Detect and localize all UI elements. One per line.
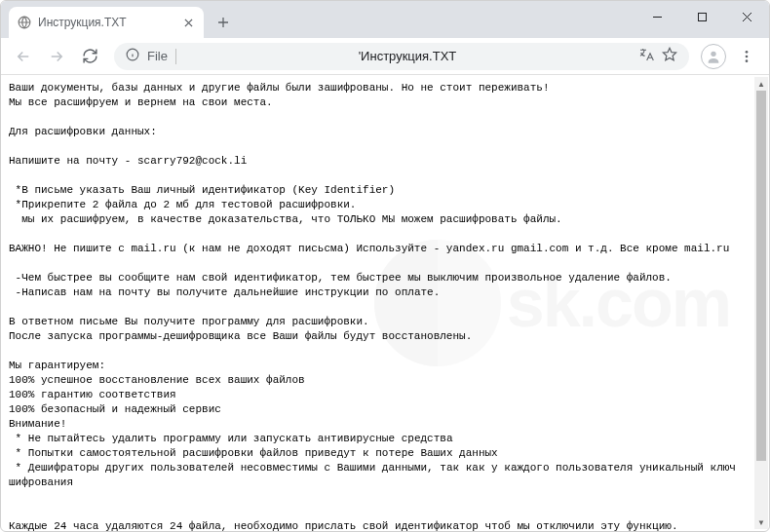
- browser-tab[interactable]: Инструкция.TXT: [9, 7, 204, 38]
- svg-point-3: [711, 51, 715, 56]
- reload-button[interactable]: [75, 42, 104, 71]
- profile-button[interactable]: [699, 42, 728, 71]
- back-button[interactable]: [9, 42, 38, 71]
- scroll-down-arrow[interactable]: ▼: [754, 515, 768, 529]
- forward-button[interactable]: [42, 42, 71, 71]
- svg-rect-1: [698, 13, 706, 20]
- svg-point-4: [746, 51, 749, 54]
- titlebar: Инструкция.TXT: [1, 1, 769, 38]
- tab-close-button[interactable]: [180, 15, 196, 30]
- toolbar: File 'Инструкция.TXT: [1, 38, 769, 75]
- svg-point-6: [746, 59, 749, 62]
- new-tab-button[interactable]: [210, 9, 237, 36]
- maximize-button[interactable]: [679, 1, 724, 32]
- browser-window: Инструкция.TXT: [0, 0, 770, 532]
- close-button[interactable]: [724, 1, 769, 32]
- window-controls: [635, 1, 769, 32]
- menu-button[interactable]: [732, 42, 761, 71]
- scroll-up-arrow[interactable]: ▲: [754, 77, 768, 91]
- separator: [175, 49, 176, 64]
- minimize-button[interactable]: [635, 1, 679, 32]
- scroll-thumb[interactable]: [756, 91, 766, 461]
- translate-icon[interactable]: [638, 47, 654, 65]
- url-text: 'Инструкция.TXT: [184, 49, 631, 63]
- address-bar[interactable]: File 'Инструкция.TXT: [114, 43, 689, 70]
- globe-icon: [17, 15, 32, 30]
- star-icon[interactable]: [662, 47, 677, 65]
- svg-point-5: [746, 55, 749, 57]
- text-content: Ваши документы, базы данных и другие фай…: [1, 75, 769, 531]
- tab-title: Инструкция.TXT: [38, 16, 174, 29]
- vertical-scrollbar[interactable]: ▲ ▼: [754, 77, 768, 529]
- info-icon: [126, 48, 139, 64]
- file-scheme-label: File: [147, 49, 168, 63]
- content-area: sk.com Ваши документы, базы данных и дру…: [1, 75, 769, 531]
